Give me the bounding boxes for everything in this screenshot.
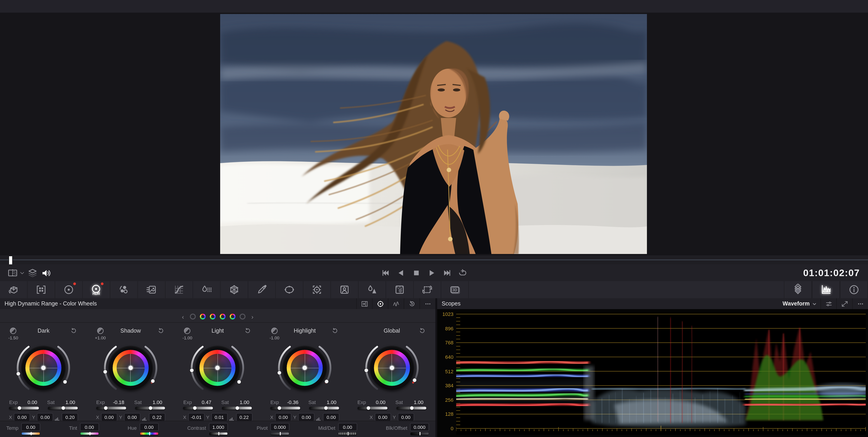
exp-value[interactable]: -0.18: [108, 400, 124, 405]
wheel-dial-icon[interactable]: [271, 327, 278, 335]
wheel-handle[interactable]: [128, 366, 133, 370]
master-value[interactable]: 0.000: [410, 423, 429, 431]
y-value[interactable]: 0.01: [211, 413, 227, 421]
stop-button[interactable]: [412, 268, 421, 277]
master-slider[interactable]: [338, 433, 356, 435]
color-warper-icon[interactable]: [221, 281, 248, 298]
wheel-page-next[interactable]: ›: [250, 313, 255, 320]
scopes-icon[interactable]: [812, 281, 840, 298]
master-slider[interactable]: [140, 433, 158, 435]
y-value[interactable]: 0.00: [298, 413, 314, 421]
falloff-value[interactable]: 0.22: [149, 413, 165, 421]
loop-button[interactable]: [458, 268, 467, 277]
x-value[interactable]: 0.00: [375, 413, 391, 421]
sat-slider[interactable]: [396, 407, 426, 409]
playhead[interactable]: [8, 256, 13, 265]
keyframes-icon[interactable]: [784, 281, 812, 298]
exp-value[interactable]: 0.00: [21, 400, 37, 405]
master-slider[interactable]: [80, 433, 98, 435]
rgb-mixer-icon[interactable]: [110, 281, 138, 298]
color-wheel-light[interactable]: [190, 340, 246, 396]
x-value[interactable]: 0.00: [14, 413, 30, 421]
falloff-value[interactable]: 0.22: [236, 413, 252, 421]
exp-value[interactable]: 0.47: [195, 400, 211, 405]
blur-icon[interactable]: [359, 281, 386, 298]
scope-expand-icon[interactable]: [836, 298, 852, 309]
sat-slider[interactable]: [48, 407, 78, 409]
wheel-page-dot-1[interactable]: [200, 314, 206, 319]
master-value[interactable]: 0.000: [270, 423, 289, 431]
exp-slider[interactable]: [96, 407, 126, 409]
wheel-handle[interactable]: [41, 366, 46, 370]
wipe-mode-icon[interactable]: [7, 267, 18, 278]
master-value[interactable]: 0.00: [140, 423, 158, 431]
master-slider[interactable]: [22, 433, 40, 435]
tracker-icon[interactable]: [303, 281, 331, 298]
wheel-handle[interactable]: [390, 366, 394, 370]
wheel-dial-icon[interactable]: [97, 327, 104, 335]
master-value[interactable]: 1.000: [209, 423, 228, 431]
window-icon[interactable]: [276, 281, 303, 298]
exp-value[interactable]: 0.00: [369, 400, 385, 405]
magic-mask-icon[interactable]: [331, 281, 359, 298]
master-value[interactable]: 0.00: [21, 423, 40, 431]
unmix-icon[interactable]: [27, 267, 38, 278]
wipe-chevron-icon[interactable]: [19, 270, 25, 276]
wheel-page-dot-0[interactable]: [190, 314, 196, 319]
reset-add-icon[interactable]: [404, 298, 420, 309]
x-value[interactable]: 0.00: [101, 413, 117, 421]
exp-slider[interactable]: [9, 407, 39, 409]
color-wheel-global[interactable]: [364, 340, 420, 396]
curves-view-icon[interactable]: [388, 298, 404, 309]
master-value[interactable]: 0.00: [80, 423, 99, 431]
y-value[interactable]: 0.00: [398, 413, 414, 421]
motion-effects-icon[interactable]: [138, 281, 165, 298]
scope-mode-dropdown[interactable]: Waveform: [782, 301, 817, 307]
master-slider[interactable]: [410, 433, 429, 435]
exp-slider[interactable]: [358, 407, 387, 409]
color-wheel-shadow[interactable]: [103, 340, 159, 396]
scrub-track[interactable]: [0, 259, 868, 260]
exp-slider[interactable]: [183, 407, 213, 409]
wheel-page-dot-3[interactable]: [220, 314, 225, 319]
sat-slider[interactable]: [309, 407, 339, 409]
wheel-dial-icon[interactable]: [184, 327, 191, 335]
x-value[interactable]: 0.00: [275, 413, 291, 421]
qualifier-icon[interactable]: [248, 281, 276, 298]
color-match-icon[interactable]: [28, 281, 55, 298]
color-wheels-icon[interactable]: [55, 281, 83, 298]
sat-value[interactable]: 1.00: [59, 400, 75, 405]
sat-value[interactable]: 1.00: [233, 400, 249, 405]
falloff-value[interactable]: 0.00: [323, 413, 339, 421]
options-menu-icon[interactable]: [420, 298, 435, 309]
audio-icon[interactable]: [41, 267, 52, 278]
color-slice-icon[interactable]: [193, 281, 221, 298]
go-to-first-frame-button[interactable]: [381, 268, 390, 277]
sat-value[interactable]: 1.00: [407, 400, 423, 405]
sat-slider[interactable]: [135, 407, 165, 409]
wheel-page-dot-2[interactable]: [210, 314, 216, 319]
wheel-handle[interactable]: [215, 366, 220, 370]
play-forward-button[interactable]: [427, 268, 436, 277]
go-to-last-frame-button[interactable]: [442, 268, 452, 277]
stereo-3d-icon[interactable]: 3D: [441, 281, 469, 298]
wheel-dial-icon[interactable]: [10, 327, 17, 335]
scrub-bar[interactable]: [0, 255, 868, 264]
wheel-page-dot-4[interactable]: [230, 314, 236, 319]
camera-raw-icon[interactable]: [0, 281, 28, 298]
scope-settings-icon[interactable]: [820, 298, 836, 309]
sat-slider[interactable]: [222, 407, 252, 409]
master-slider[interactable]: [209, 433, 227, 435]
play-reverse-button[interactable]: [397, 268, 405, 277]
hdr-icon[interactable]: HDR: [83, 281, 110, 298]
color-wheel-dark[interactable]: [16, 340, 72, 396]
wheel-reset-icon[interactable]: [418, 327, 426, 335]
exp-slider[interactable]: [270, 407, 300, 409]
scope-options-icon[interactable]: [852, 298, 868, 309]
master-slider[interactable]: [271, 433, 289, 435]
sat-value[interactable]: 1.00: [320, 400, 336, 405]
color-wheel-highlight[interactable]: [277, 340, 333, 396]
info-icon[interactable]: [840, 281, 868, 298]
split-view-icon[interactable]: [356, 298, 372, 309]
y-value[interactable]: 0.00: [37, 413, 53, 421]
